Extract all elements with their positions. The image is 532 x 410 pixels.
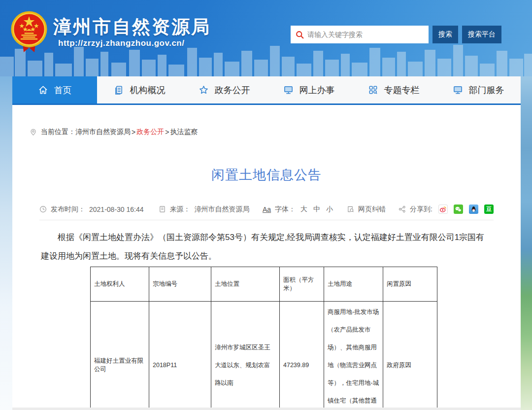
nav-tab-label: 部门服务 xyxy=(469,84,504,96)
col-header-area: 面积（平方米） xyxy=(280,267,324,302)
share-icon xyxy=(399,205,406,213)
nav-tab-special-topics[interactable]: 专题专栏 xyxy=(351,76,436,103)
footer-divider xyxy=(12,408,521,410)
font-label: 字体： xyxy=(275,205,296,214)
main-nav: 首页 机构概况 政务公开 网上办事 专题专栏 xyxy=(12,76,521,105)
cell-area: 47239.89 xyxy=(280,302,324,410)
breadcrumb: 当前位置： 漳州市自然资源局 > 政务公开 > 执法监察 xyxy=(30,128,521,137)
cell-parcel-no: 2018P11 xyxy=(149,302,211,410)
monitor-icon xyxy=(453,85,463,95)
site-title: 漳州市自然资源局 xyxy=(53,15,211,39)
nav-tab-label: 政务公开 xyxy=(215,84,250,96)
background-scenery xyxy=(520,74,532,410)
article-paragraph: 根据《闲置土地处置办法》（国土资源部令第53号）有关规定,经我局调查核实，认定福… xyxy=(41,228,492,266)
search-area: 搜索 搜索平台 xyxy=(291,26,501,43)
font-aa-icon: Aa xyxy=(263,205,271,213)
weibo-icon[interactable] xyxy=(438,205,448,214)
table-header-row: 土地权利人 宗地编号 土地位置 面积（平方米） 土地用途 闲置原因 xyxy=(91,267,437,302)
col-header-land-use: 土地用途 xyxy=(324,267,383,302)
star-icon xyxy=(199,85,209,95)
nav-tab-disclosure[interactable]: 政务公开 xyxy=(182,76,266,103)
breadcrumb-prefix: 当前位置： xyxy=(41,128,75,137)
source-value: 漳州市自然资源局 xyxy=(195,205,250,214)
meta-right: Aa 字体： 大 中 小 网页纠错 分享到: xyxy=(263,205,494,214)
nav-tab-department-services[interactable]: 部门服务 xyxy=(436,76,521,103)
search-input[interactable] xyxy=(307,31,424,38)
nav-tab-label: 机构概况 xyxy=(130,84,166,96)
col-header-location: 土地位置 xyxy=(211,267,280,302)
search-platform-button[interactable]: 搜索平台 xyxy=(462,26,501,43)
monitor-icon xyxy=(283,85,294,95)
article-meta: 发布时间： 2021-08-30 16:44 来源： 漳州市自然资源局 Aa 字… xyxy=(39,205,494,220)
idle-land-table: 土地权利人 宗地编号 土地位置 面积（平方米） 土地用途 闲置原因 福建好土置业… xyxy=(90,267,437,410)
nav-tab-about[interactable]: 机构概况 xyxy=(97,76,182,103)
font-size-large[interactable]: 大 xyxy=(300,205,307,214)
qq-icon[interactable] xyxy=(469,205,478,214)
cell-land-use: 商服用地-批发市场（农产品批发市场）、其他商服用地（物流营业网点等），住宅用地-… xyxy=(324,302,383,410)
col-header-idle-reason: 闲置原因 xyxy=(383,267,437,302)
source-document-icon xyxy=(159,205,166,213)
wechat-icon[interactable] xyxy=(454,205,463,214)
col-header-owner: 土地权利人 xyxy=(91,267,149,302)
page-title: 闲置土地信息公告 xyxy=(12,166,521,184)
nav-tab-home[interactable]: 首页 xyxy=(12,76,97,103)
error-correction-label[interactable]: 网页纠错 xyxy=(358,205,386,214)
breadcrumb-separator: > xyxy=(165,128,169,136)
col-header-parcel-no: 宗地编号 xyxy=(149,267,211,302)
nav-tab-label: 专题专栏 xyxy=(384,84,420,96)
home-icon xyxy=(38,85,48,95)
search-box[interactable] xyxy=(291,26,429,43)
nav-tab-label: 网上办事 xyxy=(299,84,335,96)
clock-icon xyxy=(39,205,47,213)
cell-owner: 福建好土置业有限公司 xyxy=(91,302,149,410)
font-size-medium[interactable]: 中 xyxy=(313,205,320,214)
site-header: 漳州市自然资源局 http://zrzyj.zhangzhou.gov.cn/ … xyxy=(0,0,532,76)
site-url[interactable]: http://zrzyj.zhangzhou.gov.cn/ xyxy=(58,38,184,48)
search-button[interactable]: 搜索 xyxy=(432,26,458,43)
share-label: 分享到: xyxy=(410,205,432,214)
breadcrumb-item-site[interactable]: 漳州市自然资源局 xyxy=(75,128,131,137)
document-icon xyxy=(114,85,124,95)
cell-location: 漳州市芗城区区圣王大道以东、规划农富路以南 xyxy=(211,302,280,410)
douban-icon[interactable]: 豆 xyxy=(484,205,494,214)
nav-tab-online-services[interactable]: 网上办事 xyxy=(266,76,351,103)
breadcrumb-item-enforcement[interactable]: 执法监察 xyxy=(170,128,198,137)
meta-left: 发布时间： 2021-08-30 16:44 来源： 漳州市自然资源局 xyxy=(39,205,250,214)
search-icon xyxy=(296,31,304,39)
publish-time-value: 2021-08-30 16:44 xyxy=(89,205,144,213)
content-card: 首页 机构概况 政务公开 网上办事 专题专栏 xyxy=(12,76,521,410)
table-row: 福建好土置业有限公司 2018P11 漳州市芗城区区圣王大道以东、规划农富路以南… xyxy=(91,302,437,410)
breadcrumb-item-disclosure[interactable]: 政务公开 xyxy=(136,128,164,137)
publish-time-label: 发布时间： xyxy=(51,205,85,214)
grid-icon xyxy=(368,85,378,95)
source-label: 来源： xyxy=(170,205,191,214)
font-size-small[interactable]: 小 xyxy=(326,205,333,214)
douban-glyph: 豆 xyxy=(486,205,492,213)
error-correction-icon xyxy=(347,205,354,213)
nav-tab-label: 首页 xyxy=(54,84,72,96)
location-pin-icon xyxy=(30,129,37,136)
cell-idle-reason: 政府原因 xyxy=(383,302,437,410)
breadcrumb-separator: > xyxy=(132,128,135,136)
national-emblem-logo xyxy=(10,11,48,52)
